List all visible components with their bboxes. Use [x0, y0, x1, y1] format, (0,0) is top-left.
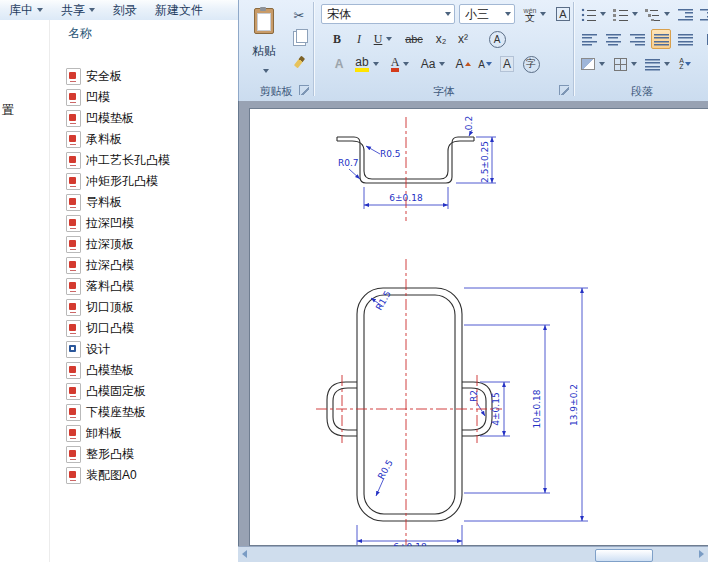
extension-lines [456, 137, 496, 183]
numbering-button[interactable] [611, 4, 639, 24]
plan-outer-contour [357, 288, 462, 521]
file-type-icon [66, 404, 81, 421]
file-name-label: 切口凸模 [86, 320, 134, 337]
scrollbar-thumb[interactable] [595, 549, 653, 562]
decrease-indent-icon [678, 8, 693, 21]
shrink-font-button[interactable]: A [475, 54, 495, 74]
phonetic-char-label: 文 [525, 14, 535, 21]
file-list-item[interactable]: 落料凸模 [50, 276, 238, 297]
column-header-name[interactable]: 名称 [50, 20, 238, 46]
file-list-item[interactable]: 拉深顶板 [50, 234, 238, 255]
file-type-icon [66, 467, 81, 484]
up-arrow-icon [465, 62, 471, 66]
menu-burn[interactable]: 刻录 [104, 0, 146, 20]
bullets-button[interactable] [579, 4, 607, 24]
format-painter-button[interactable] [289, 52, 309, 72]
asian-layout-button[interactable] [643, 54, 671, 74]
character-shading-button[interactable]: A [497, 54, 517, 74]
align-left-button[interactable] [579, 29, 599, 49]
shading-button[interactable] [579, 54, 607, 74]
file-list-item[interactable]: 拉深凹模 [50, 213, 238, 234]
format-painter-brush-icon [293, 56, 304, 69]
dim-thickness: 0.2 [464, 116, 474, 130]
file-type-icon [66, 383, 81, 400]
file-list-item[interactable]: 冲矩形孔凸模 [50, 171, 238, 192]
scroll-left-arrow-icon[interactable] [242, 550, 247, 558]
bold-button[interactable]: B [327, 29, 347, 49]
decrease-indent-button[interactable] [675, 4, 695, 24]
paragraph-group-label: 段落 [575, 84, 708, 98]
chevron-down-icon [631, 62, 637, 66]
file-list-item[interactable]: 下模座垫板 [50, 402, 238, 423]
menu-share[interactable]: 共享 [52, 0, 104, 20]
clipboard-dialog-launcher-icon[interactable] [299, 85, 309, 95]
file-type-icon [66, 257, 81, 274]
shrink-font-icon: A [478, 59, 485, 70]
file-list-item[interactable]: 设计 [50, 339, 238, 360]
align-right-button[interactable] [627, 29, 647, 49]
file-list-item[interactable]: 整形凸模 [50, 444, 238, 465]
grow-font-button[interactable]: A [453, 54, 473, 74]
menu-label: 刻录 [113, 2, 137, 19]
file-list-item[interactable]: 凹模 [50, 87, 238, 108]
cut-button[interactable]: ✂ [289, 5, 309, 25]
text-effects-button[interactable]: A [329, 54, 349, 74]
file-list-item[interactable]: 卸料板 [50, 423, 238, 444]
nav-item-label[interactable]: 置 [2, 102, 14, 119]
font-family-combobox[interactable]: 宋体 [321, 4, 455, 24]
sort-button[interactable]: A Z [675, 54, 695, 74]
file-list-item[interactable]: 凸模固定板 [50, 381, 238, 402]
word-ribbon: 粘贴 ✂ 剪贴板 宋体 小三 wén 文 A B I U abc x₂ x² A [238, 0, 708, 102]
group-separator [573, 2, 574, 96]
menu-new-folder[interactable]: 新建文件 [146, 0, 212, 20]
multilevel-list-button[interactable] [643, 4, 671, 24]
font-color-icon: A [391, 57, 400, 72]
horizontal-scrollbar[interactable] [238, 546, 708, 562]
file-type-icon [66, 236, 81, 253]
underline-button[interactable]: U [369, 29, 397, 49]
file-name-label: 拉深顶板 [86, 236, 134, 253]
menu-label: 共享 [61, 2, 85, 19]
font-family-value: 宋体 [327, 6, 441, 23]
superscript-button[interactable]: x² [453, 29, 473, 49]
file-list-item[interactable]: 冲工艺长孔凸模 [50, 150, 238, 171]
file-list-item[interactable]: 拉深凸模 [50, 255, 238, 276]
font-dialog-launcher-icon[interactable] [559, 85, 569, 95]
dim-radius-outer: R0.7 [338, 158, 359, 168]
paste-button[interactable]: 粘贴 [243, 3, 285, 77]
file-list-item[interactable]: 安全板 [50, 66, 238, 87]
distribute-button[interactable] [675, 29, 695, 49]
justify-button[interactable] [651, 29, 671, 49]
subscript-button[interactable]: x₂ [431, 29, 451, 49]
change-case-button[interactable]: Aa [419, 54, 447, 74]
menu-include-in-library[interactable]: 库中 [0, 0, 52, 20]
file-name-label: 切口顶板 [86, 299, 134, 316]
text-highlight-color-button[interactable]: ab [353, 54, 381, 74]
file-list-item[interactable]: 凸模垫板 [50, 360, 238, 381]
font-color-button[interactable]: A [387, 54, 413, 74]
justify-icon [654, 33, 669, 46]
enclose-character-button[interactable]: 字 [521, 54, 541, 74]
enclose-characters-button[interactable]: A [487, 29, 507, 49]
character-border-button[interactable]: A [553, 4, 573, 24]
borders-button[interactable] [611, 54, 639, 74]
file-list-item[interactable]: 切口凸模 [50, 318, 238, 339]
file-list-item[interactable]: 装配图A0 [50, 465, 238, 486]
scroll-right-arrow-icon[interactable] [699, 550, 704, 558]
align-center-button[interactable] [603, 29, 623, 49]
font-size-combobox[interactable]: 小三 [459, 4, 515, 24]
strikethrough-button[interactable]: abc [401, 29, 427, 49]
file-list-item[interactable]: 凹模垫板 [50, 108, 238, 129]
file-list-item[interactable]: 导料板 [50, 192, 238, 213]
plan-view-outline [327, 288, 492, 521]
increase-indent-button[interactable] [697, 4, 708, 24]
scissors-icon: ✂ [294, 8, 305, 23]
italic-button[interactable]: I [349, 29, 369, 49]
phonetic-guide-button[interactable]: wén 文 [521, 4, 549, 24]
file-list-item[interactable]: 承料板 [50, 129, 238, 150]
copy-button[interactable] [289, 28, 309, 48]
document-page[interactable]: 6±0.18 2.5±0.25 0.2 R0.7 R0.5 R1.5 R2 [249, 108, 708, 546]
file-list-item[interactable]: 切口顶板 [50, 297, 238, 318]
line-spacing-button[interactable] [699, 29, 708, 49]
chevron-down-icon [664, 12, 670, 16]
